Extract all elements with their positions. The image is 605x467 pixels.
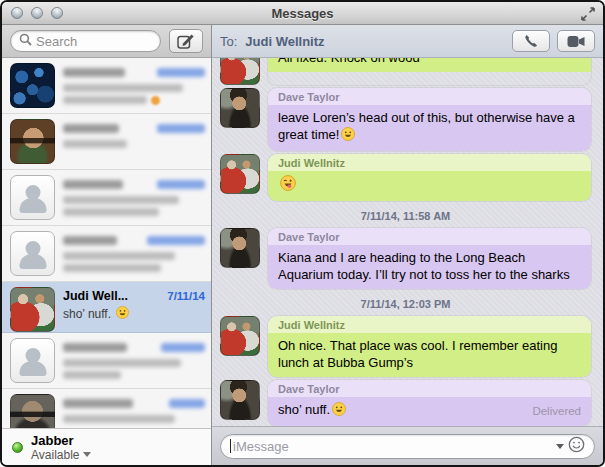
recipient-name: Judi Wellnitz <box>245 34 324 49</box>
search-icon <box>19 32 32 50</box>
message: Dave Taylor sho’ nuff. Delivered <box>220 380 591 426</box>
delivered-status: Delivered <box>532 403 581 420</box>
redacted-date <box>157 180 205 189</box>
video-camera-icon <box>567 35 586 48</box>
to-label: To: <box>220 34 237 49</box>
chevron-down-icon[interactable] <box>556 444 564 449</box>
dave-avatar <box>220 88 260 128</box>
fullscreen-icon[interactable] <box>580 6 596 22</box>
message-bubble-green: All fixed. Knock on wood <box>268 58 591 85</box>
judi-avatar <box>220 154 260 194</box>
sender-name: Judi Wellnitz <box>268 316 591 333</box>
redacted-date <box>169 399 205 408</box>
message: Judi Wellnitz <box>220 154 591 201</box>
redacted-preview <box>63 252 175 260</box>
availability-menu[interactable]: Available <box>31 448 91 462</box>
message-input[interactable]: iMessage <box>220 434 595 459</box>
redacted-contact-name <box>63 124 119 133</box>
redacted-contact-name <box>63 236 117 245</box>
conversation-row-4[interactable] <box>2 226 211 282</box>
redacted-preview <box>63 84 183 92</box>
smiley-emoji-picker-icon[interactable] <box>568 436 585 457</box>
redacted-date <box>157 124 205 133</box>
messages-window: Messages Search <box>0 0 605 467</box>
message-bubble-purple: Dave Taylor Kiana and I are heading to t… <box>268 228 591 289</box>
message-text: leave Loren’s head out of this, but othe… <box>278 110 575 142</box>
redacted-preview <box>63 415 175 423</box>
contact-avatar-placeholder <box>10 175 55 220</box>
redacted-date <box>161 343 205 352</box>
conversation-date: 7/11/14 <box>167 290 205 302</box>
conversation-header: To: Judi Wellnitz <box>212 25 603 58</box>
availability-label: Available <box>31 448 79 462</box>
redacted-preview <box>63 208 159 216</box>
conversation-row-3[interactable] <box>2 170 211 226</box>
window-title: Messages <box>2 6 603 21</box>
service-name: Jabber <box>31 433 91 448</box>
conversation-preview: sho’ nuff. <box>63 307 111 321</box>
sender-name: Dave Taylor <box>268 228 591 245</box>
contact-avatar <box>10 394 55 428</box>
video-call-button[interactable] <box>557 30 595 52</box>
timestamp: 7/11/14, 12:03 PM <box>220 298 591 310</box>
message-bubble-purple: Dave Taylor sho’ nuff. Delivered <box>268 380 591 426</box>
imessage-placeholder: iMessage <box>233 439 556 454</box>
conversation-row-judi[interactable]: Judi Well... 7/11/14 sho’ nuff. <box>2 282 211 333</box>
judi-avatar <box>220 58 260 85</box>
redacted-preview <box>63 140 127 148</box>
sidebar: Search <box>2 25 212 465</box>
grinning-face-emoji-icon <box>341 127 355 145</box>
message: Dave Taylor Kiana and I are heading to t… <box>220 228 591 289</box>
sender-name: Judi Wellnitz <box>268 154 591 171</box>
redacted-preview <box>63 359 181 367</box>
phone-icon <box>523 33 539 49</box>
message-text: Kiana and I are heading to the Long Beac… <box>278 249 581 283</box>
search-input[interactable]: Search <box>10 30 161 52</box>
message-text: All fixed. Knock on wood <box>278 58 420 66</box>
composer-bar: iMessage <box>212 426 603 465</box>
text-caret <box>230 439 231 453</box>
grinning-face-emoji-icon <box>116 306 129 322</box>
sidebar-toolbar: Search <box>2 25 211 58</box>
audio-call-button[interactable] <box>512 30 550 52</box>
emoji-icon <box>151 96 160 105</box>
redacted-preview <box>63 264 161 272</box>
dave-avatar <box>220 380 260 420</box>
contact-avatar-placeholder <box>10 231 55 276</box>
contact-avatar-placeholder <box>10 338 55 383</box>
grinning-face-emoji-icon <box>332 402 346 420</box>
contact-avatar <box>10 287 55 332</box>
title-bar[interactable]: Messages <box>2 2 603 25</box>
chevron-down-icon <box>83 452 91 457</box>
online-status-icon <box>12 442 23 453</box>
redacted-contact-name <box>63 343 127 352</box>
redacted-contact-name <box>63 399 133 408</box>
message-text: Oh nice. That place was cool. I remember… <box>278 337 581 371</box>
redacted-preview <box>63 371 121 379</box>
message-thread[interactable]: All fixed. Knock on wood Dave Taylor lea… <box>212 58 603 426</box>
conversation-row-6[interactable] <box>2 333 211 389</box>
judi-avatar <box>220 316 260 356</box>
redacted-preview <box>63 196 179 204</box>
conversation-list: Judi Well... 7/11/14 sho’ nuff. <box>2 58 211 428</box>
message-bubble-green: Judi Wellnitz <box>268 154 591 201</box>
message: Judi Wellnitz Oh nice. That place was co… <box>220 316 591 377</box>
conversation-row-7[interactable] <box>2 389 211 428</box>
timestamp: 7/11/14, 11:58 AM <box>220 210 591 222</box>
winking-tongue-emoji-icon <box>280 175 296 195</box>
compose-button[interactable] <box>169 29 203 53</box>
contact-avatar <box>10 63 55 108</box>
redacted-preview <box>63 96 147 104</box>
conversation-row-1[interactable] <box>2 58 211 114</box>
redacted-date <box>147 236 205 245</box>
contact-name: Judi Well... <box>63 289 128 303</box>
compose-icon <box>177 33 195 49</box>
contact-avatar <box>10 119 55 164</box>
sender-name: Dave Taylor <box>268 380 591 397</box>
message-text: sho’ nuff. <box>278 402 330 417</box>
message-bubble-green: Judi Wellnitz Oh nice. That place was co… <box>268 316 591 377</box>
conversation-row-2[interactable] <box>2 114 211 170</box>
message: Dave Taylor leave Loren’s head out of th… <box>220 88 591 151</box>
message-bubble-purple: Dave Taylor leave Loren’s head out of th… <box>268 88 591 151</box>
dave-avatar <box>220 228 260 268</box>
